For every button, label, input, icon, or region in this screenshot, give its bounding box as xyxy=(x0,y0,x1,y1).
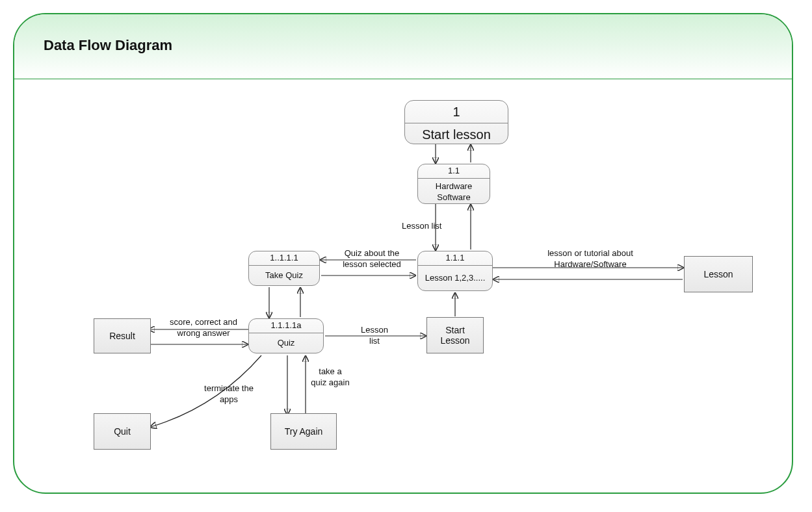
entity-lesson: Lesson xyxy=(684,256,753,292)
process-name: Take Quiz xyxy=(249,266,319,285)
panel-title: Data Flow Diagram xyxy=(44,37,763,54)
process-quiz: 1.1.1.1a Quiz xyxy=(248,318,324,353)
entity-label: Result xyxy=(109,331,135,341)
entity-start-lesson: Start Lesson xyxy=(426,317,484,353)
entity-try-again: Try Again xyxy=(270,413,337,450)
process-id: 1.1.1 xyxy=(418,251,492,266)
flow-lesson-tutorial: lesson or tutorial about Hardware/Softwa… xyxy=(519,248,662,270)
process-id: 1 xyxy=(405,101,508,123)
entity-label: Start Lesson xyxy=(431,325,479,346)
entity-label: Lesson xyxy=(703,269,733,279)
flow-lesson-list-mid: Lesson list xyxy=(355,325,394,347)
process-lesson-123: 1.1.1 Lesson 1,2,3..... xyxy=(417,251,493,291)
process-id: 1..1.1.1 xyxy=(249,251,319,266)
process-take-quiz: 1..1.1.1 Take Quiz xyxy=(248,251,320,286)
process-start-lesson: 1 Start lesson xyxy=(404,100,508,144)
diagram-canvas: 1 Start lesson 1.1 Hardware Software 1.1… xyxy=(14,79,792,493)
flow-lesson-list-top: Lesson list xyxy=(402,221,441,232)
process-name: Lesson 1,2,3..... xyxy=(418,266,492,290)
process-id: 1.1.1.1a xyxy=(249,319,323,333)
process-name: Hardware Software xyxy=(418,179,490,206)
entity-label: Try Again xyxy=(285,426,323,437)
process-name: Quiz xyxy=(249,333,323,353)
process-name: Start lesson xyxy=(405,123,508,146)
panel-header: Data Flow Diagram xyxy=(14,14,792,79)
flow-quiz-about: Quiz about the lesson selected xyxy=(333,248,411,270)
flow-terminate: terminate the apps xyxy=(203,383,255,405)
panel-body: 1 Start lesson 1.1 Hardware Software 1.1… xyxy=(14,79,792,493)
flow-take-quiz-again: take a quiz again xyxy=(311,366,350,389)
process-hardware-software: 1.1 Hardware Software xyxy=(417,164,490,204)
flow-score: score, correct and wrong answer xyxy=(168,317,239,339)
entity-result: Result xyxy=(94,318,151,353)
entity-quit: Quit xyxy=(94,413,151,450)
entity-label: Quit xyxy=(114,426,131,437)
process-id: 1.1 xyxy=(418,164,490,179)
diagram-panel: Data Flow Diagram xyxy=(13,13,793,494)
